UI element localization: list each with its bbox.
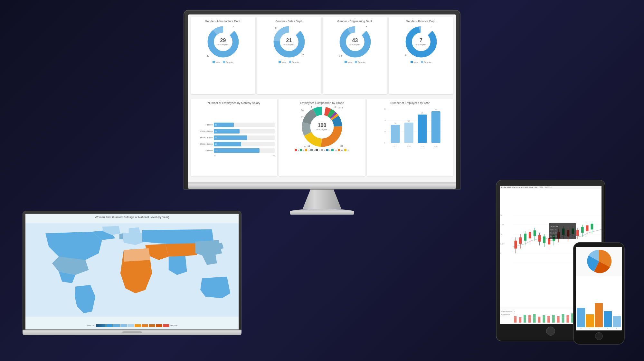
salary-bar-chart: > $8000 13 $7000 - $8000 17 xyxy=(193,106,275,173)
sales-dept-card: Gender - Sales Dept. 21 Employees xyxy=(257,17,321,94)
svg-text:0.5K: 0.5K xyxy=(500,243,504,245)
svg-text:0: 0 xyxy=(384,142,384,144)
manufacture-male-count: 22 xyxy=(207,55,209,57)
salary-bar-row-2: $7000 - $8000 17 xyxy=(193,129,275,134)
svg-text:10: 10 xyxy=(384,131,385,133)
svg-rect-80 xyxy=(581,227,584,233)
salary-bar-row-3: $6000 - $7000 22 xyxy=(193,135,275,140)
sales-dept-title: Gender - Sales Dept. xyxy=(275,20,303,23)
year-bar-card: Number of Employees by Year 30 20 10 0 xyxy=(367,99,453,176)
svg-rect-52 xyxy=(514,241,517,249)
sales-donut: 21 Employees 8 13 xyxy=(271,24,307,60)
svg-text:10,500 foo: 10,500 foo xyxy=(550,226,558,227)
svg-text:0: 0 xyxy=(500,252,501,254)
phone-bar-col-3: C xyxy=(595,303,603,329)
svg-rect-98 xyxy=(519,317,521,323)
phone-bar-col-5: E xyxy=(613,316,621,329)
svg-text:Vol: 1.3K: Vol: 1.3K xyxy=(550,229,557,231)
sales-legend: Male Female xyxy=(279,61,299,63)
desktop-monitor: Gender - Manufacture Dept. xyxy=(184,10,460,215)
laptop-frame: Women First Granted Suffrage at National… xyxy=(23,211,242,330)
dashboard-row2: Number of Employees by Monthly Salary > … xyxy=(191,99,453,176)
engineering-legend: Male Female xyxy=(345,61,365,63)
engineering-donut: 43 Employees 9 34 xyxy=(337,24,373,60)
svg-text:16: 16 xyxy=(394,122,396,124)
phone-bar-col-2: B xyxy=(586,314,594,329)
sales-female-count: 8 xyxy=(275,27,277,29)
svg-rect-60 xyxy=(534,230,536,236)
salary-bar-title: Number of Employees by Monthly Salary xyxy=(208,101,260,105)
svg-text:Lo: 9,800: Lo: 9,800 xyxy=(550,236,557,237)
svg-text:1K: 1K xyxy=(500,233,503,235)
map-title: Women First Granted Suffrage at National… xyxy=(25,214,239,220)
fin-chart-header: 18 Mar 1997 | PNCO: 38.7 | CS00: 25.4K |… xyxy=(500,186,601,189)
svg-rect-102 xyxy=(538,317,541,323)
svg-rect-78 xyxy=(576,230,579,236)
map-content: Women First Granted Suffrage at National… xyxy=(25,214,239,329)
composition-card: Employees Composition by Grade xyxy=(279,99,365,176)
svg-rect-101 xyxy=(533,314,536,323)
manufacture-center: 29 Employees xyxy=(217,38,229,46)
finance-female-count: 1 xyxy=(431,25,432,28)
laptop-screen: Women First Granted Suffrage at National… xyxy=(25,214,239,329)
svg-rect-62 xyxy=(538,235,541,242)
manufacture-legend: Male Female xyxy=(213,61,233,63)
svg-rect-100 xyxy=(528,315,531,323)
composition-title: Employees Composition by Grade xyxy=(300,101,344,105)
svg-text:Hi: 11,000: Hi: 11,000 xyxy=(550,232,558,234)
svg-text:20: 20 xyxy=(384,119,385,121)
sales-center: 21 Employees xyxy=(283,38,295,46)
phone-pie-area xyxy=(576,247,622,276)
svg-rect-82 xyxy=(586,225,589,231)
phone-bar-area: A B C D xyxy=(576,276,622,330)
svg-text:2014: 2014 xyxy=(420,145,424,147)
svg-rect-33 xyxy=(404,123,413,143)
manufacture-female-count: 7 xyxy=(233,25,234,28)
svg-rect-54 xyxy=(519,237,522,244)
svg-rect-104 xyxy=(547,316,550,323)
finance-dept-card: Gender - Finance Dept. 7 Employees xyxy=(389,17,453,94)
salary-bar-row-4: $5000 - $6000 18 xyxy=(193,142,275,146)
engineering-male-count: 34 xyxy=(339,55,342,57)
monitor-screen: Gender - Manufacture Dept. xyxy=(188,14,456,182)
phone-home-button[interactable] xyxy=(595,332,603,340)
svg-rect-108 xyxy=(566,315,569,323)
svg-rect-56 xyxy=(524,234,526,241)
year-bar-chart: 30 20 10 0 xyxy=(369,106,451,157)
world-map xyxy=(25,220,239,320)
monitor-frame: Gender - Manufacture Dept. xyxy=(184,10,460,190)
dashboard: Gender - Manufacture Dept. xyxy=(188,14,456,182)
phone-pie-chart xyxy=(586,248,612,274)
svg-text:1.5K: 1.5K xyxy=(500,224,504,226)
finance-dept-title: Gender - Finance Dept. xyxy=(406,20,436,23)
svg-text:28: 28 xyxy=(435,109,437,111)
engineering-dept-title: Gender - Engineering Dept. xyxy=(337,20,373,23)
sales-male-count: 13 xyxy=(302,53,304,56)
tablet-home-button[interactable] xyxy=(546,327,555,336)
monitor-stand-neck xyxy=(303,190,341,209)
svg-rect-97 xyxy=(514,316,516,323)
svg-rect-31 xyxy=(391,125,400,143)
svg-rect-64 xyxy=(543,236,545,243)
composition-legend: 3 4 5 6 7 8 9 10 11 12 xyxy=(295,149,349,151)
monitor-chin xyxy=(188,182,456,189)
finance-center: 7 Employees xyxy=(415,38,427,46)
salary-bar-row-1: > $8000 13 xyxy=(193,123,275,127)
svg-rect-99 xyxy=(524,315,526,323)
composition-center: 100 Employees xyxy=(317,123,328,131)
phone-screen: A B C D xyxy=(576,247,622,330)
phone-screen-content: A B C D xyxy=(576,247,622,330)
svg-rect-105 xyxy=(552,315,555,323)
phone-frame: A B C D xyxy=(573,242,625,345)
svg-text:25: 25 xyxy=(421,112,423,114)
year-bar-title: Number of Employees by Year xyxy=(391,101,430,105)
svg-text:2K: 2K xyxy=(500,214,503,216)
finance-donut: 7 Employees 1 6 xyxy=(403,24,439,60)
svg-rect-35 xyxy=(418,115,427,143)
phone-bar-col-1: A xyxy=(577,308,585,329)
laptop-base xyxy=(23,330,242,335)
manufacture-dept-title: Gender - Manufacture Dept. xyxy=(205,20,241,23)
svg-text:GreenMountain Co.: GreenMountain Co. xyxy=(501,311,515,312)
laptop: Women First Granted Suffrage at National… xyxy=(23,211,242,335)
svg-rect-107 xyxy=(562,314,564,323)
